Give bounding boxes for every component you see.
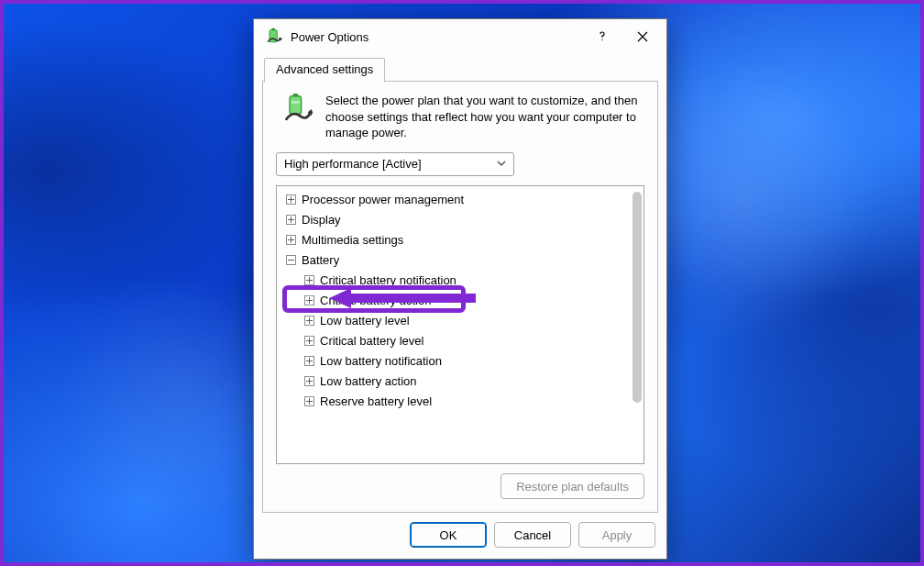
tree-item[interactable]: Low battery action xyxy=(277,372,629,392)
tree-item-label: Reserve battery level xyxy=(320,392,432,412)
expand-icon[interactable] xyxy=(304,275,314,285)
power-plan-dropdown[interactable]: High performance [Active] xyxy=(276,152,514,176)
tree-item-label: Critical battery notification xyxy=(320,271,456,291)
plan-value: High performance [Active] xyxy=(284,157,422,171)
tree-item-label: Battery xyxy=(302,250,339,271)
help-button[interactable] xyxy=(582,22,622,51)
expand-icon[interactable] xyxy=(304,316,314,326)
expand-icon[interactable] xyxy=(286,235,296,245)
intro-text: Select the power plan that you want to c… xyxy=(325,93,639,141)
collapse-icon[interactable] xyxy=(286,255,296,265)
titlebar[interactable]: Power Options xyxy=(254,19,666,54)
tree-item[interactable]: Reserve battery level xyxy=(277,392,629,412)
expand-icon[interactable] xyxy=(304,376,314,386)
tree-item[interactable]: Low battery notification xyxy=(277,351,629,372)
cancel-button[interactable]: Cancel xyxy=(494,522,571,548)
tree-item-label: Processor power management xyxy=(302,190,464,210)
tree-item-label: Low battery level xyxy=(320,311,410,331)
tree-item-label: Critical battery level xyxy=(320,331,424,351)
tree-item[interactable]: Multimedia settings xyxy=(277,230,629,250)
expand-icon[interactable] xyxy=(304,336,314,346)
close-button[interactable] xyxy=(622,22,663,51)
tab-body: Select the power plan that you want to c… xyxy=(262,82,658,513)
tree-item-label: Critical battery action xyxy=(320,291,431,311)
expand-icon[interactable] xyxy=(304,295,314,305)
tree-item[interactable]: Display xyxy=(277,210,629,230)
svg-rect-5 xyxy=(292,101,300,104)
scrollbar-thumb[interactable] xyxy=(632,192,642,403)
power-options-dialog: Power Options Advanced settings Select t… xyxy=(253,18,667,560)
chevron-down-icon xyxy=(497,157,506,171)
expand-icon[interactable] xyxy=(286,194,296,205)
svg-rect-3 xyxy=(290,96,302,115)
tree-item-label: Low battery action xyxy=(320,372,417,392)
window-title: Power Options xyxy=(291,30,582,44)
tab-strip: Advanced settings xyxy=(262,58,658,82)
tree-item[interactable]: Processor power management xyxy=(277,190,629,210)
expand-icon[interactable] xyxy=(304,396,314,406)
restore-defaults-button[interactable]: Restore plan defaults xyxy=(500,473,644,499)
expand-icon[interactable] xyxy=(286,215,296,225)
svg-rect-1 xyxy=(272,28,275,30)
svg-point-2 xyxy=(279,38,281,40)
tree-item-label: Display xyxy=(302,210,341,230)
tree-item-label: Low battery notification xyxy=(320,351,442,372)
apply-button[interactable]: Apply xyxy=(578,522,655,548)
battery-plug-icon xyxy=(281,93,314,141)
intro-row: Select the power plan that you want to c… xyxy=(276,93,644,141)
settings-tree[interactable]: Processor power managementDisplayMultime… xyxy=(276,185,644,464)
dialog-footer: OK Cancel Apply xyxy=(254,513,666,559)
tree-item-label: Multimedia settings xyxy=(302,230,403,250)
expand-icon[interactable] xyxy=(304,356,314,366)
tree-item[interactable]: Low battery level xyxy=(277,311,629,331)
tab-advanced-settings[interactable]: Advanced settings xyxy=(264,58,385,83)
tree-item[interactable]: Critical battery action xyxy=(277,291,629,311)
power-options-icon xyxy=(265,28,283,46)
svg-rect-4 xyxy=(293,94,298,97)
tree-item[interactable]: Battery xyxy=(277,250,629,271)
tree-item[interactable]: Critical battery notification xyxy=(277,271,629,291)
tree-item[interactable]: Critical battery level xyxy=(277,331,629,351)
ok-button[interactable]: OK xyxy=(410,522,487,548)
